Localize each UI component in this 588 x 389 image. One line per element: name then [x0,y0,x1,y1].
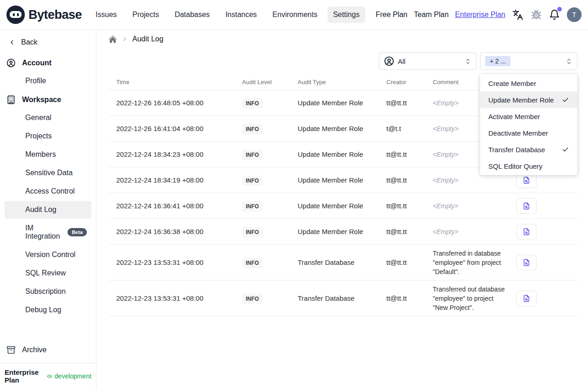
audit-level-badge: INFO [242,150,263,160]
bytebase-logo[interactable]: Bytebase [6,6,82,24]
audit-comment: <Empty> [425,223,509,240]
breadcrumb-chevron-icon [122,36,128,42]
table-row: 2022-12-24 16:36:38 +08:00 INFO Update M… [108,218,577,244]
audit-level-badge: INFO [242,258,263,268]
sidebar-item-sensitive-data[interactable]: Sensitive Data [5,164,91,182]
language-icon[interactable] [512,9,524,21]
audit-type: Update Member Role [290,147,379,162]
sidebar-item-archive[interactable]: Archive [0,340,96,360]
nav-databases[interactable]: Databases [169,6,215,23]
audit-time: 2022-12-24 18:34:23 +08:00 [108,147,234,162]
sidebar-item-projects[interactable]: Projects [5,127,91,145]
audit-time: 2022-12-26 16:48:05 +08:00 [108,95,234,110]
col-creator: Creator [379,74,425,90]
breadcrumb-current: Audit Log [132,35,164,43]
col-audit-type: Audit Type [290,74,379,90]
audit-type: Transfer Database [290,291,379,306]
view-detail-button[interactable] [516,255,537,270]
sidebar-item-subscription[interactable]: Subscription [5,283,91,300]
menu-item-label: Create Member [488,80,536,87]
audit-time: 2022-12-23 13:53:31 +08:00 [108,291,234,306]
menu-item-label: Deactivate Member [488,129,548,137]
sidebar-item-audit-log[interactable]: Audit Log [5,201,91,218]
user-circle-icon [6,58,16,68]
audit-time: 2022-12-26 16:41:04 +08:00 [108,121,234,136]
menu-item-update-member-role[interactable]: Update Member Role [480,92,577,108]
nav-instances[interactable]: Instances [220,6,262,23]
audit-creator: tt@tt.tt [379,198,425,213]
menu-item-activate-member[interactable]: Activate Member [480,108,577,125]
sidebar-item-profile[interactable]: Profile [5,72,91,90]
audit-creator: tt@tt.tt [379,224,425,239]
audit-level-badge: INFO [242,98,263,109]
file-search-icon [522,294,531,303]
nav-projects[interactable]: Projects [127,6,164,23]
bug-report-icon[interactable] [530,9,542,21]
menu-item-create-member[interactable]: Create Member [480,75,577,92]
filter-row: All + 2 ... [108,52,577,70]
audit-type-filter-value: + 2 ... [485,56,510,66]
section-account: Account [0,54,96,72]
notifications-bell-icon[interactable] [548,9,560,21]
check-icon [562,146,569,153]
home-icon[interactable] [108,35,117,44]
creator-filter-value: All [398,57,406,65]
chevron-left-icon [8,39,16,46]
nav-environments[interactable]: Environments [267,6,323,23]
audit-type: Transfer Database [290,255,379,270]
audit-level-badge: INFO [242,294,263,304]
bytebase-logo-icon [6,6,25,24]
brand-name: Bytebase [28,8,82,22]
audit-type-filter-select[interactable]: + 2 ... [480,52,577,70]
nav-issues[interactable]: Issues [90,6,122,23]
view-detail-button[interactable] [516,224,537,240]
im-integration-label: IM Integration [25,224,64,240]
audit-time: 2022-12-24 16:36:41 +08:00 [108,198,234,213]
menu-item-transfer-database[interactable]: Transfer Database [480,141,577,158]
audit-level-badge: INFO [242,176,263,186]
back-label: Back [21,38,38,46]
menu-item-sql-editor-query[interactable]: SQL Editor Query [480,158,577,174]
audit-time: 2022-12-24 18:34:19 +08:00 [108,172,234,188]
audit-level-badge: INFO [242,201,263,212]
view-detail-button[interactable] [516,198,537,214]
menu-item-label: Activate Member [488,113,540,120]
section-workspace: Workspace [0,91,96,109]
sidebar-item-sql-review[interactable]: SQL Review [5,264,91,282]
sidebar-item-members[interactable]: Members [5,146,91,163]
audit-creator: tt@tt.tt [379,172,425,188]
sidebar-footer: Enterprise Plan development [0,363,96,389]
section-account-label: Account [22,59,51,67]
navbar-right: Free Plan Team Plan Enterprise Plan [376,7,582,22]
beta-badge: Beta [68,228,87,236]
main-nav: Issues Projects Databases Instances Envi… [90,6,365,23]
audit-creator: tt@tt.tt [379,255,425,270]
audit-type: Update Member Role [290,198,379,213]
settings-sidebar: Back Account Profile Workspace General P… [0,30,96,389]
view-detail-button[interactable] [516,291,537,306]
breadcrumb: Audit Log [108,34,577,45]
table-row: 2022-12-23 13:53:31 +08:00 INFO Transfer… [108,280,577,316]
menu-item-deactivate-member[interactable]: Deactivate Member [480,125,577,141]
team-plan-link[interactable]: Team Plan [414,11,449,19]
audit-level-badge: INFO [242,227,263,237]
free-plan-link[interactable]: Free Plan [376,11,407,19]
sidebar-item-general[interactable]: General [5,109,91,126]
nav-settings[interactable]: Settings [328,6,365,23]
audit-log-page: Audit Log All + 2 ... [96,30,588,389]
building-icon [6,95,16,104]
sidebar-item-im-integration[interactable]: IM Integration Beta [5,219,91,245]
sidebar-item-debug-log[interactable]: Debug Log [5,301,91,319]
file-search-icon [522,176,531,184]
sidebar-item-access-control[interactable]: Access Control [5,183,91,200]
creator-filter-select[interactable]: All [379,52,476,70]
menu-item-label: Transfer Database [488,146,545,154]
audit-creator: tt@tt.tt [379,291,425,306]
file-search-icon [522,258,531,267]
enterprise-plan-link[interactable]: Enterprise Plan [455,11,505,19]
table-row: 2022-12-24 16:36:41 +08:00 INFO Update M… [108,193,577,218]
back-button[interactable]: Back [0,34,96,51]
user-avatar[interactable]: T [567,7,582,22]
sidebar-item-version-control[interactable]: Version Control [5,246,91,263]
audit-time: 2022-12-24 16:36:38 +08:00 [108,224,234,239]
